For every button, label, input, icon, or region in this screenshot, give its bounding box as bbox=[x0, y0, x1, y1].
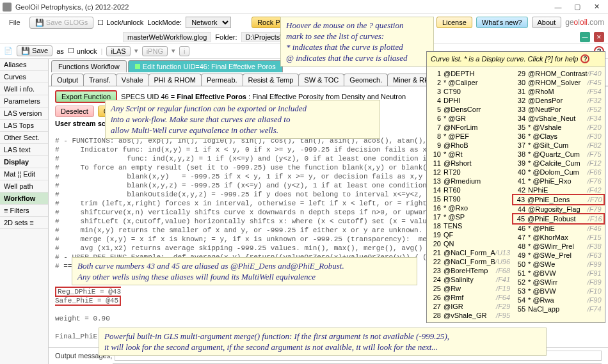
curve-row-24[interactable]: 24 @Salinity /F41 bbox=[428, 275, 513, 284]
curve-row-13[interactable]: 13 @Rmedium bbox=[428, 177, 513, 186]
curve-row-50[interactable]: 50* @SWe /F99 bbox=[513, 260, 604, 269]
curve-row-8[interactable]: 8* @PEF bbox=[428, 132, 513, 141]
curve-row-5[interactable]: 5 @DensCorr bbox=[428, 105, 513, 114]
curve-row-39[interactable]: 39* @Calcite_Cum /F12 bbox=[513, 159, 604, 168]
curve-row-52[interactable]: 52* @SWirr /F89 bbox=[513, 278, 604, 287]
i-button[interactable]: i bbox=[179, 46, 189, 56]
subtab-output[interactable]: Output bbox=[51, 74, 84, 86]
curve-row-20[interactable]: 20 QN bbox=[428, 239, 513, 248]
curve-row-1[interactable]: 1@DEPTH bbox=[428, 69, 513, 78]
subtab-phi-rhom[interactable]: PHI & RHOM bbox=[148, 74, 202, 86]
curve-row-3[interactable]: 3 CT90 bbox=[428, 87, 513, 96]
sidebar-item-well-i-nfo-[interactable]: Well i nfo. bbox=[0, 83, 48, 95]
close-button[interactable]: ✕ bbox=[588, 1, 605, 13]
curve-row-25[interactable]: 25 @Rw /F19 bbox=[428, 284, 513, 293]
sidebar-item--filters[interactable]: ≡ Filters bbox=[0, 205, 48, 217]
curve-row-54[interactable]: 54* @Rwa /F90 bbox=[513, 296, 604, 305]
curve-row-29[interactable]: 29@RHOM_Contrast /F40 bbox=[513, 69, 604, 78]
minimize-panel-icon[interactable]: — bbox=[580, 32, 590, 42]
curve-row-47[interactable]: 47* @KhorMax /F15 bbox=[513, 233, 604, 242]
sidebar-item-aliases[interactable]: Aliases bbox=[0, 59, 48, 71]
curve-row-51[interactable]: 51* @BVW /F91 bbox=[513, 269, 604, 278]
file-menu[interactable]: File bbox=[4, 17, 26, 28]
deselect-button[interactable]: Deselect bbox=[55, 106, 94, 117]
sidebar-item--d-sets-[interactable]: 2D sets ≡ bbox=[0, 217, 48, 229]
subtab-vshale[interactable]: Vshale bbox=[116, 74, 149, 86]
curve-row-44[interactable]: 44@Rugosity_Flag /F79 bbox=[513, 205, 604, 214]
edit-function-tab[interactable]: Edit function UID=46: Final Effective Po… bbox=[128, 60, 283, 72]
curve-row-18[interactable]: 18 TENS bbox=[428, 221, 513, 230]
save-button[interactable]: 💾 Save bbox=[17, 45, 52, 56]
down-icon-2[interactable]: ▾ bbox=[172, 47, 175, 55]
curve-row-9[interactable]: 9 @RhoB bbox=[428, 141, 513, 150]
sidebar-item-other-sect-[interactable]: Other Sect. bbox=[0, 132, 48, 144]
curve-row-10[interactable]: 10* @Rt bbox=[428, 150, 513, 159]
curve-row-17[interactable]: 17* @SP bbox=[428, 212, 513, 221]
curve-row-37[interactable]: 37* @Silt_Cum /F82 bbox=[513, 141, 604, 150]
curve-row-40[interactable]: 40* @Dolom_Cum /F66 bbox=[513, 168, 604, 177]
ilas-button[interactable]: iLAS bbox=[106, 46, 130, 56]
curve-row-12[interactable]: 12 RT20 bbox=[428, 168, 513, 177]
curve-row-27[interactable]: 27 @IGR /F29 bbox=[428, 302, 513, 311]
curve-row-41[interactable]: 41* @PhiE_Rxo /F76 bbox=[513, 177, 604, 186]
curve-row-30[interactable]: 30@RHOM_Solver /F45 bbox=[513, 78, 604, 87]
curve-row-32[interactable]: 32@DensPor /F32 bbox=[513, 96, 604, 105]
curve-row-36[interactable]: 36* @Clays /F30 bbox=[513, 132, 604, 141]
curve-row-31[interactable]: 31@RhoM /F54 bbox=[513, 87, 604, 96]
curve-row-46[interactable]: 46* @PhiE /F46 bbox=[513, 224, 604, 233]
curve-row-38[interactable]: 38* @Quartz_Cum /F75 bbox=[513, 150, 604, 159]
curve-row-53[interactable]: 53* @BVW /F10 bbox=[513, 287, 604, 296]
curve-row-48[interactable]: 48* @SWirr_Prel /F38 bbox=[513, 242, 604, 251]
unlock-checkbox[interactable]: unlock bbox=[68, 47, 97, 55]
curve-row-6[interactable]: 6* @GR bbox=[428, 114, 513, 123]
save-glogs-button[interactable]: 💾 Save GLOGs bbox=[29, 17, 93, 29]
curve-row-14[interactable]: 14 RT60 bbox=[428, 186, 513, 194]
whats-new-button[interactable]: What's new? bbox=[476, 17, 528, 28]
curve-row-33[interactable]: 33@NeutPor /F52 bbox=[513, 105, 604, 114]
about-button[interactable]: About bbox=[532, 17, 562, 28]
curve-row-19[interactable]: 19 QF bbox=[428, 230, 513, 239]
curve-row-23[interactable]: 23 @BoreHTemp /F68 bbox=[428, 266, 513, 275]
sidebar-item-workflow[interactable]: Workflow bbox=[0, 193, 48, 205]
curve-row-15[interactable]: 15 RT90 bbox=[428, 194, 513, 203]
curve-row-16[interactable]: 16* @Rxo bbox=[428, 203, 513, 212]
sidebar-item-display[interactable]: Display bbox=[0, 156, 48, 168]
curve-row-7[interactable]: 7 @NForLim bbox=[428, 123, 513, 132]
curve-help-icon[interactable]: ? bbox=[580, 54, 589, 63]
sidebar-item-well-path[interactable]: Well path bbox=[0, 180, 48, 193]
curve-row-2[interactable]: 2* @Caliper bbox=[428, 78, 513, 87]
curve-row-26[interactable]: 26 @Rmf /F64 bbox=[428, 293, 513, 302]
license-button[interactable]: License bbox=[436, 17, 472, 28]
ipng-button[interactable]: iPNG bbox=[142, 46, 168, 56]
curve-row-49[interactable]: 49* @SWe_Prel /F63 bbox=[513, 251, 604, 260]
subtab-permeab-[interactable]: Permeab. bbox=[201, 74, 243, 86]
maximize-button[interactable]: ▢ bbox=[568, 1, 586, 13]
curve-row-22[interactable]: 22 @NaCl_Form_B /U96 bbox=[428, 257, 513, 266]
subtab-geomech-[interactable]: Geomech. bbox=[344, 74, 388, 86]
curve-row-4[interactable]: 4 DPHI bbox=[428, 96, 513, 105]
curve-row-42[interactable]: 42 NPhiE /F42 bbox=[513, 186, 604, 194]
sidebar-item-las-tops[interactable]: LAS Tops bbox=[0, 120, 48, 132]
curve-row-11[interactable]: 11 @Rshort bbox=[428, 159, 513, 168]
subtab-transf-[interactable]: Transf. bbox=[83, 74, 116, 86]
curve-row-43[interactable]: 43@PhiE_Dens /F70 bbox=[512, 194, 604, 205]
sidebar-item-mat-edit[interactable]: Mat ¦¦ Edit bbox=[0, 168, 48, 180]
subtab-resist-temp[interactable]: Resist & Temp bbox=[243, 74, 300, 86]
sidebar-item-las-text[interactable]: LAS text bbox=[0, 144, 48, 156]
lock-unlock-checkbox[interactable]: Lock/unlock bbox=[97, 19, 143, 27]
sidebar-item-las-version[interactable]: LAS version bbox=[0, 107, 48, 120]
close-panel-icon[interactable]: ✕ bbox=[594, 32, 604, 42]
curve-row-34[interactable]: 34@vShale_Neut /F34 bbox=[513, 114, 604, 123]
curve-row-28[interactable]: 28 @vShale_GR /F95 bbox=[428, 311, 513, 320]
curve-row-35[interactable]: 35* @Vshale /F20 bbox=[513, 123, 604, 132]
down-icon[interactable]: ▾ bbox=[134, 47, 138, 55]
curve-row-21[interactable]: 21 @NaCl_Form_A /U13 bbox=[428, 248, 513, 257]
subtab-sw-toc[interactable]: SW & TOC bbox=[298, 74, 344, 86]
sidebar-item-curves[interactable]: Curves bbox=[0, 71, 48, 83]
functions-workflow-tab[interactable]: Functions Workflow bbox=[51, 60, 127, 72]
curve-row-55[interactable]: 55 NaCl_app /F74 bbox=[513, 305, 604, 313]
sidebar-item-parameters[interactable]: Parameters bbox=[0, 95, 48, 107]
minimize-button[interactable]: — bbox=[549, 1, 567, 13]
curve-row-45[interactable]: 45@PhiE_Robust /F16 bbox=[512, 213, 604, 225]
lockmode-select[interactable]: Network bbox=[186, 17, 231, 28]
